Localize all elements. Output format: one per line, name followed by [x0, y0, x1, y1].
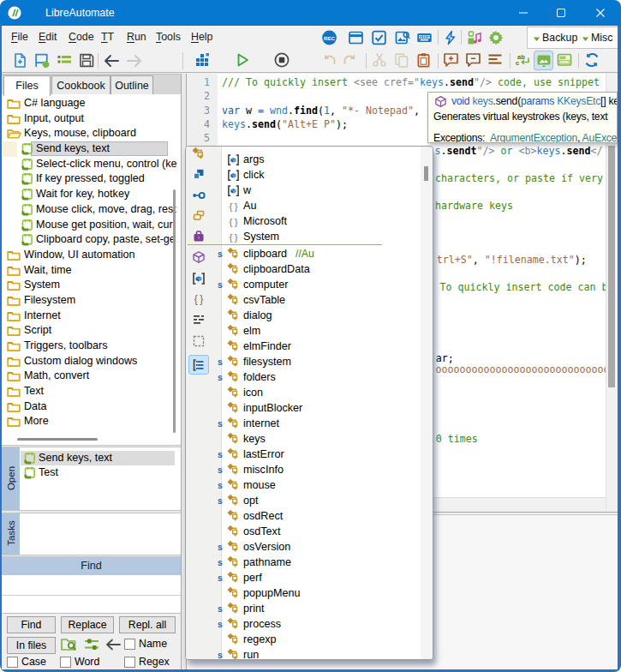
filter-button-module[interactable]: [186, 230, 222, 250]
completion-item[interactable]: s popupMenu: [223, 585, 421, 601]
tree-item[interactable]: Keys, mouse, clipboard: [2, 126, 181, 141]
tasks-panel-caption[interactable]: Tasks: [2, 513, 20, 555]
open-panel-caption[interactable]: Open: [2, 447, 20, 510]
tree-item[interactable]: Mouse get position, wait, cur: [2, 218, 181, 233]
completion-item[interactable]: s lastError: [223, 447, 421, 462]
completion-item[interactable]: s dialog: [223, 308, 421, 323]
completion-item[interactable]: Au: [223, 198, 421, 213]
filter-button-snippet[interactable]: [186, 334, 222, 355]
filter-button-keyword-list[interactable]: [186, 313, 222, 333]
toolbar-button-image-search[interactable]: [394, 30, 411, 45]
tree-item[interactable]: Wait for key, hotkey: [2, 187, 181, 202]
tree-item[interactable]: Mouse click, move, drag, rest: [2, 202, 181, 218]
tree-item[interactable]: C# language: [2, 96, 181, 111]
filter-button-namespace-cube[interactable]: [186, 250, 222, 271]
completion-item[interactable]: s process: [223, 616, 421, 632]
filter-button-struct[interactable]: [186, 167, 222, 188]
tab-files[interactable]: Files: [3, 75, 51, 96]
completion-item[interactable]: s filesystem: [223, 354, 421, 369]
tree-horizontal-scrollbar[interactable]: [17, 438, 98, 441]
exception-link[interactable]: AuExce: [582, 132, 618, 143]
filter-button-braces[interactable]: [186, 292, 222, 313]
toolbar-button-window[interactable]: [348, 30, 364, 45]
menu-tools[interactable]: Tools: [156, 26, 181, 49]
toolbar-button-panel-layout[interactable]: [557, 52, 572, 68]
completion-item[interactable]: s icon: [223, 385, 421, 400]
case-checkbox[interactable]: [7, 657, 18, 668]
toolbar-button-hotkey-lightning[interactable]: [443, 30, 458, 45]
toolbar-button-stop[interactable]: [274, 52, 290, 68]
regex-checkbox[interactable]: [124, 657, 135, 668]
tree-vertical-scrollbar[interactable]: [173, 189, 176, 433]
completion-item[interactable]: s inputBlocker: [223, 400, 421, 416]
completion-item[interactable]: s run: [223, 647, 421, 661]
scrollbar-thumb[interactable]: [424, 166, 428, 181]
tree-item[interactable]: Window, UI automation: [2, 248, 181, 263]
toolbar-button-run-setup-grid[interactable]: [195, 52, 211, 68]
completion-item[interactable]: s regexp: [223, 632, 421, 647]
toolbar-button-format-document[interactable]: [487, 52, 503, 68]
toolbar-button-run-play[interactable]: [235, 52, 250, 68]
scrollbar-thumb[interactable]: [608, 146, 615, 387]
menu-help[interactable]: Help: [191, 26, 213, 49]
filter-button-local[interactable]: [186, 272, 222, 292]
completion-item[interactable]: s osVersion: [223, 539, 421, 555]
toolbar-button-comment-add[interactable]: [443, 52, 459, 68]
find-button[interactable]: Find: [7, 616, 56, 633]
completion-item[interactable]: s osdText: [223, 524, 421, 539]
tree-item[interactable]: Triggers, toolbars: [2, 339, 181, 354]
toolbar-button-outline-list[interactable]: [57, 52, 72, 69]
toolbar-button-redo[interactable]: [342, 52, 357, 68]
toolbar-button-copy[interactable]: [394, 52, 409, 68]
completion-item[interactable]: args: [223, 152, 421, 167]
completion-item[interactable]: s mouse: [223, 477, 421, 493]
completion-item[interactable]: w: [223, 183, 421, 198]
toolbar-button-properties[interactable]: [34, 52, 51, 69]
completion-item[interactable]: s miscInfo: [223, 462, 421, 477]
search-in-folder-button[interactable]: [60, 637, 78, 652]
menu-tt[interactable]: TT: [101, 26, 114, 49]
replace-all-button[interactable]: Repl. all: [119, 616, 176, 633]
menu-code[interactable]: Code: [69, 26, 94, 49]
backup-menu[interactable]: Backup: [542, 27, 577, 48]
tree-item[interactable]: Math, convert: [2, 369, 181, 384]
completion-item[interactable]: s opt: [223, 493, 421, 508]
tree-item[interactable]: Script: [2, 323, 181, 339]
find-input[interactable]: [2, 575, 181, 595]
find-back-button[interactable]: [104, 639, 121, 651]
completion-item[interactable]: s internet: [223, 416, 421, 431]
filter-button-enum[interactable]: [186, 189, 222, 209]
minimize-button[interactable]: [505, 0, 541, 26]
toolbar-button-save[interactable]: [79, 52, 94, 69]
tree-item[interactable]: Send keys, text: [2, 141, 181, 157]
tree-item[interactable]: Text: [2, 384, 181, 399]
completion-scrollbar[interactable]: [421, 147, 433, 659]
toolbar-button-undo[interactable]: [322, 52, 337, 68]
completion-item[interactable]: System: [223, 229, 421, 244]
filter-button-interface[interactable]: [186, 209, 222, 230]
open-file-item[interactable]: Test: [21, 465, 175, 480]
completion-item[interactable]: Microsoft: [223, 213, 421, 229]
tree-item[interactable]: Internet: [2, 309, 181, 324]
filter-button-group-toggle[interactable]: [188, 355, 209, 375]
completion-item[interactable]: click: [223, 167, 421, 183]
completion-item[interactable]: s elm: [223, 323, 421, 339]
completion-item[interactable]: s perf: [223, 570, 421, 585]
tree-item[interactable]: More: [2, 414, 181, 429]
maximize-button[interactable]: [543, 0, 579, 26]
misc-menu[interactable]: Misc: [591, 27, 612, 48]
completion-item[interactable]: s clipboardData: [223, 261, 421, 277]
toolbar-button-record[interactable]: [321, 30, 337, 45]
completion-item[interactable]: s osdRect: [223, 508, 421, 524]
tree-item[interactable]: Custom dialog windows: [2, 354, 181, 369]
completion-item[interactable]: s elmFinder: [223, 339, 421, 354]
close-button[interactable]: [582, 0, 618, 26]
toolbar-button-comment-remove[interactable]: [465, 52, 481, 68]
tree-item[interactable]: Filesystem: [2, 293, 181, 309]
menu-edit[interactable]: Edit: [39, 26, 57, 49]
toolbar-button-icons-colors[interactable]: [467, 30, 482, 45]
toolbar-button-replace-text[interactable]: [515, 52, 531, 68]
menu-file[interactable]: File: [11, 26, 28, 49]
open-file-item[interactable]: Send keys, text: [21, 451, 175, 465]
find-panel-caption[interactable]: Find: [2, 557, 181, 575]
